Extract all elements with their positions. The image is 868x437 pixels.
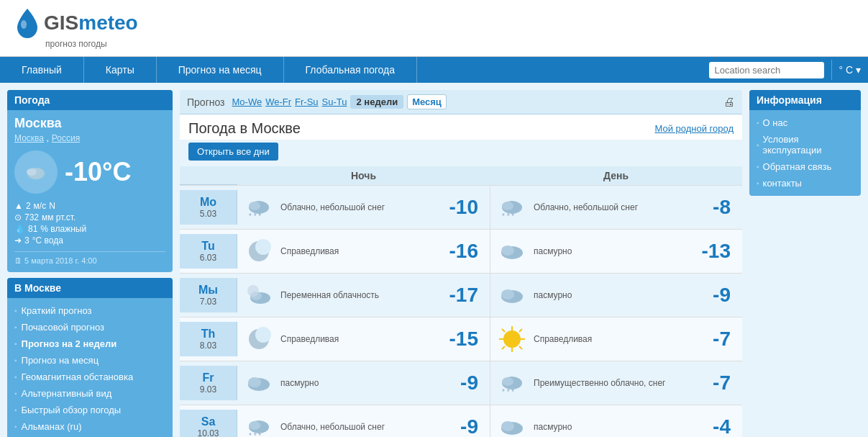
night-desc-3: Справедливая (280, 334, 444, 344)
day-cell-weather-2: пасмурно -9 (490, 274, 742, 317)
print-icon[interactable]: 🖨 (723, 96, 735, 109)
night-desc-2: Переменная облачность (280, 290, 444, 300)
svg-point-8 (502, 202, 513, 210)
day-desc-3: Справедливая (534, 334, 707, 344)
search-container (702, 58, 831, 83)
local-link-3[interactable]: ▪Прогноз на месяц (7, 352, 173, 369)
night-cell-2: Переменная облачность -17 (237, 274, 490, 317)
day-temp-2: -9 (713, 284, 736, 307)
local-link-1[interactable]: ▪Почасовой прогноз (7, 319, 173, 335)
bullet-icon: ▪ (14, 356, 17, 364)
tab-month[interactable]: Месяц (407, 94, 447, 109)
info-bullet-icon: ▪ (757, 163, 759, 171)
nav-bar: Главный Карты Прогноз на месяц Глобальна… (0, 57, 868, 83)
local-link-0[interactable]: ▪Краткий прогноз (7, 302, 173, 319)
col-day: День (490, 166, 742, 185)
search-input[interactable] (709, 62, 824, 78)
bullet-icon: ▪ (14, 323, 17, 331)
forecast-tabs: Прогноз Mo-We We-Fr Fr-Su Su-Tu 2 недели… (180, 90, 742, 114)
logo-gis: G (44, 12, 60, 35)
svg-point-31 (248, 377, 261, 387)
unit-selector[interactable]: ° C ▾ (831, 60, 869, 80)
day-date: 7.03 (183, 297, 234, 307)
logo-subtitle: прогноз погоды (45, 39, 107, 49)
night-temp-3: -15 (449, 328, 484, 351)
night-cell-3: Справедливая -15 (237, 317, 490, 361)
day-temp-0: -8 (713, 196, 736, 219)
tab-fr-su[interactable]: Fr-Su (295, 96, 319, 107)
logo: G IS meteo прогноз погоды (14, 7, 138, 49)
day-date: 9.03 (183, 384, 234, 395)
night-cell-5: * * * Облачно, небольшой снег -9 (237, 405, 490, 437)
svg-text:* * *: * * * (249, 212, 261, 220)
weather-current: -10°С (14, 150, 165, 194)
my-city-link[interactable]: Мой родной город (654, 123, 734, 134)
night-desc-5: Облачно, небольшой снег (280, 422, 454, 432)
weather-icon-big (14, 150, 58, 194)
svg-line-27 (519, 346, 522, 349)
svg-text:* * *: * * * (249, 432, 261, 437)
forecast-title: Погода в Москве (188, 120, 301, 137)
night-cell-1: Справедливая -16 (237, 230, 490, 273)
night-icon-4 (243, 367, 275, 399)
local-link-7[interactable]: ▪Альманах (ru) (7, 418, 173, 435)
tab-we-fr[interactable]: We-Fr (265, 96, 291, 107)
bullet-icon: ▪ (14, 373, 17, 381)
logo-is: IS (60, 12, 78, 35)
city-link-moscow[interactable]: Москва (14, 133, 44, 143)
tab-mo-we[interactable]: Mo-We (232, 96, 262, 107)
day-icon-3 (496, 323, 528, 355)
svg-point-39 (501, 421, 514, 431)
day-desc-1: пасмурно (534, 246, 696, 256)
day-icon-2 (496, 279, 528, 311)
tab-su-tu[interactable]: Su-Tu (322, 96, 347, 107)
info-link-1[interactable]: ▪Условия эксплуатации (749, 131, 861, 158)
weather-box: Погода Москва Москва , Россия -10°С (7, 90, 173, 272)
local-links: ▪Краткий прогноз▪Почасовой прогноз▪Прогн… (7, 298, 173, 437)
info-link-3[interactable]: ▪контакты (749, 175, 861, 192)
day-temp-4: -7 (713, 371, 736, 395)
day-name: Mo (183, 196, 234, 209)
nav-global[interactable]: Глобальная погода (284, 57, 417, 83)
forecast-rows: Mo 5.03 * * * Облачно, небольшой снег -1… (180, 185, 742, 437)
day-cell-3: Th 8.03 (180, 322, 237, 356)
day-icon-0: * * * (496, 192, 528, 223)
info-link-2[interactable]: ▪Обратная связь (749, 158, 861, 175)
svg-line-29 (502, 346, 505, 349)
day-temp-5: -4 (713, 415, 736, 437)
info-link-0[interactable]: ▪О нас (749, 114, 861, 131)
svg-point-5 (249, 202, 260, 210)
day-temp-3: -7 (713, 328, 736, 351)
day-cell-4: Fr 9.03 (180, 366, 237, 400)
local-link-6[interactable]: ▪Быстрый обзор погоды (7, 402, 173, 418)
day-date: 5.03 (183, 209, 234, 219)
night-temp-5: -9 (460, 415, 484, 437)
day-name: Sa (183, 415, 234, 428)
city-link-russia[interactable]: Россия (52, 133, 80, 143)
day-icon-4: * * * (496, 367, 528, 399)
night-temp-2: -17 (449, 284, 484, 307)
day-cell-1: Tu 6.03 (180, 234, 237, 269)
nav-main[interactable]: Главный (0, 57, 84, 83)
table-row: Tu 6.03 Справедливая -16 пасмурно -13 (180, 229, 742, 273)
local-link-2[interactable]: ▪Прогноз на 2 недели (7, 335, 173, 352)
svg-point-0 (21, 20, 27, 29)
header: G IS meteo прогноз погоды (0, 0, 868, 57)
day-name: Fr (183, 371, 234, 384)
svg-point-11 (255, 239, 271, 255)
local-link-4[interactable]: ▪Геомагнитная обстановка (7, 369, 173, 385)
nav-maps[interactable]: Карты (84, 57, 157, 83)
bullet-icon: ▪ (14, 406, 17, 414)
svg-point-33 (502, 377, 513, 386)
local-link-5[interactable]: ▪Альтернативный вид (7, 385, 173, 402)
day-name: Tu (183, 240, 234, 253)
day-desc-2: пасмурно (534, 290, 707, 300)
nav-month[interactable]: Прогноз на месяц (157, 57, 284, 83)
local-box: В Москве ▪Краткий прогноз▪Почасовой прог… (7, 278, 173, 437)
forecast-label: Прогноз (187, 96, 225, 108)
bullet-icon: ▪ (14, 307, 17, 315)
open-all-button[interactable]: Открыть все дни (188, 143, 278, 161)
tab-2weeks[interactable]: 2 недели (350, 95, 403, 109)
svg-point-36 (249, 421, 260, 430)
night-icon-2 (243, 279, 275, 311)
